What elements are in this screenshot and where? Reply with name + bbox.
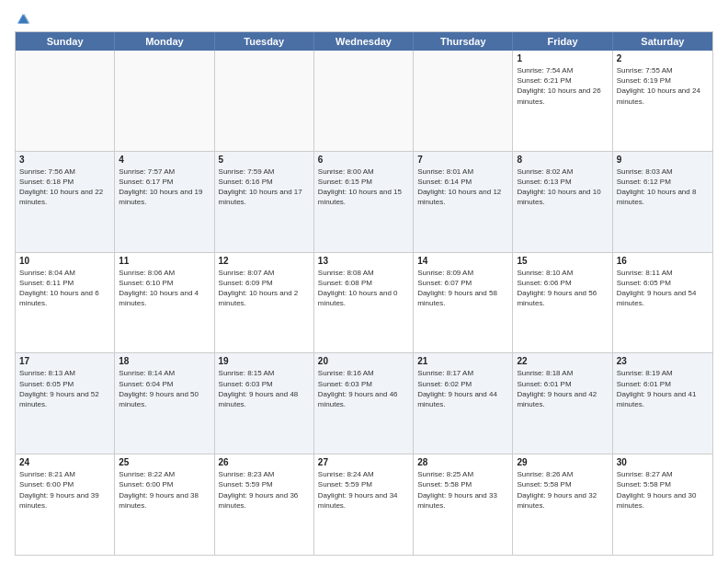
day-number: 16 xyxy=(617,256,709,266)
calendar: SundayMondayTuesdayWednesdayThursdayFrid… xyxy=(15,31,713,556)
day-number: 1 xyxy=(517,53,608,63)
day-number: 3 xyxy=(19,155,110,165)
cal-cell-26: 26Sunrise: 8:23 AM Sunset: 5:59 PM Dayli… xyxy=(215,454,314,555)
cell-info: Sunrise: 8:00 AM Sunset: 6:15 PM Dayligh… xyxy=(318,167,409,208)
cal-cell-20: 20Sunrise: 8:16 AM Sunset: 6:03 PM Dayli… xyxy=(314,353,414,454)
cal-cell-empty-2 xyxy=(215,51,314,151)
day-number: 5 xyxy=(219,155,310,165)
logo-icon xyxy=(15,11,31,28)
cal-cell-12: 12Sunrise: 8:07 AM Sunset: 6:09 PM Dayli… xyxy=(215,253,314,353)
day-number: 18 xyxy=(119,356,210,366)
day-number: 24 xyxy=(19,457,110,467)
cell-info: Sunrise: 8:13 AM Sunset: 6:05 PM Dayligh… xyxy=(19,368,110,409)
cal-cell-5: 5Sunrise: 7:59 AM Sunset: 6:16 PM Daylig… xyxy=(215,152,314,252)
cell-info: Sunrise: 8:26 AM Sunset: 5:58 PM Dayligh… xyxy=(517,469,608,511)
cal-cell-8: 8Sunrise: 8:02 AM Sunset: 6:13 PM Daylig… xyxy=(513,152,612,252)
cell-info: Sunrise: 8:21 AM Sunset: 6:00 PM Dayligh… xyxy=(19,469,110,511)
cell-info: Sunrise: 8:02 AM Sunset: 6:13 PM Dayligh… xyxy=(517,167,608,208)
day-number: 7 xyxy=(417,155,508,165)
day-number: 13 xyxy=(318,256,409,266)
cell-info: Sunrise: 7:59 AM Sunset: 6:16 PM Dayligh… xyxy=(219,167,310,208)
cal-cell-3: 3Sunrise: 7:56 AM Sunset: 6:18 PM Daylig… xyxy=(16,152,115,252)
cell-info: Sunrise: 8:23 AM Sunset: 5:59 PM Dayligh… xyxy=(219,469,310,511)
cell-info: Sunrise: 7:54 AM Sunset: 6:21 PM Dayligh… xyxy=(517,65,608,107)
logo xyxy=(15,11,31,28)
day-number: 12 xyxy=(219,256,310,266)
header xyxy=(15,11,713,28)
day-number: 28 xyxy=(417,457,508,467)
page: SundayMondayTuesdayWednesdayThursdayFrid… xyxy=(0,0,728,563)
day-number: 17 xyxy=(19,356,110,366)
cell-info: Sunrise: 8:03 AM Sunset: 6:12 PM Dayligh… xyxy=(617,167,709,208)
cell-info: Sunrise: 8:22 AM Sunset: 6:00 PM Dayligh… xyxy=(119,469,210,511)
cal-cell-29: 29Sunrise: 8:26 AM Sunset: 5:58 PM Dayli… xyxy=(513,454,612,555)
cal-cell-21: 21Sunrise: 8:17 AM Sunset: 6:02 PM Dayli… xyxy=(414,353,513,454)
cal-cell-4: 4Sunrise: 7:57 AM Sunset: 6:17 PM Daylig… xyxy=(115,152,214,252)
cal-cell-11: 11Sunrise: 8:06 AM Sunset: 6:10 PM Dayli… xyxy=(115,253,214,353)
day-number: 10 xyxy=(19,256,110,266)
cell-info: Sunrise: 7:57 AM Sunset: 6:17 PM Dayligh… xyxy=(119,167,210,208)
cal-cell-30: 30Sunrise: 8:27 AM Sunset: 5:58 PM Dayli… xyxy=(613,454,712,555)
day-number: 23 xyxy=(617,356,709,366)
cal-cell-18: 18Sunrise: 8:14 AM Sunset: 6:04 PM Dayli… xyxy=(115,353,214,454)
cal-cell-15: 15Sunrise: 8:10 AM Sunset: 6:06 PM Dayli… xyxy=(513,253,612,353)
cal-cell-empty-0 xyxy=(16,51,115,151)
day-number: 8 xyxy=(517,155,608,165)
cal-cell-28: 28Sunrise: 8:25 AM Sunset: 5:58 PM Dayli… xyxy=(414,454,513,555)
day-number: 14 xyxy=(417,256,508,266)
cell-info: Sunrise: 8:24 AM Sunset: 5:59 PM Dayligh… xyxy=(318,469,409,511)
cal-cell-empty-1 xyxy=(115,51,214,151)
calendar-header-row: SundayMondayTuesdayWednesdayThursdayFrid… xyxy=(16,32,712,51)
day-number: 21 xyxy=(417,356,508,366)
cal-week-row-1: 1Sunrise: 7:54 AM Sunset: 6:21 PM Daylig… xyxy=(16,51,712,152)
cell-info: Sunrise: 8:25 AM Sunset: 5:58 PM Dayligh… xyxy=(417,469,508,511)
cal-header-saturday: Saturday xyxy=(613,32,712,51)
cell-info: Sunrise: 8:18 AM Sunset: 6:01 PM Dayligh… xyxy=(517,368,608,409)
cell-info: Sunrise: 8:08 AM Sunset: 6:08 PM Dayligh… xyxy=(318,268,409,309)
cal-cell-empty-4 xyxy=(414,51,513,151)
day-number: 4 xyxy=(119,155,210,165)
day-number: 26 xyxy=(219,457,310,467)
cal-header-wednesday: Wednesday xyxy=(314,32,414,51)
cal-header-monday: Monday xyxy=(115,32,214,51)
day-number: 6 xyxy=(318,155,409,165)
cell-info: Sunrise: 7:55 AM Sunset: 6:19 PM Dayligh… xyxy=(617,65,709,107)
cell-info: Sunrise: 8:10 AM Sunset: 6:06 PM Dayligh… xyxy=(517,268,608,309)
day-number: 11 xyxy=(119,256,210,266)
day-number: 20 xyxy=(318,356,409,366)
cal-cell-10: 10Sunrise: 8:04 AM Sunset: 6:11 PM Dayli… xyxy=(16,253,115,353)
day-number: 27 xyxy=(318,457,409,467)
day-number: 15 xyxy=(517,256,608,266)
cell-info: Sunrise: 8:27 AM Sunset: 5:58 PM Dayligh… xyxy=(617,469,709,511)
cal-cell-19: 19Sunrise: 8:15 AM Sunset: 6:03 PM Dayli… xyxy=(215,353,314,454)
cal-cell-7: 7Sunrise: 8:01 AM Sunset: 6:14 PM Daylig… xyxy=(414,152,513,252)
cal-cell-14: 14Sunrise: 8:09 AM Sunset: 6:07 PM Dayli… xyxy=(414,253,513,353)
day-number: 19 xyxy=(219,356,310,366)
cal-cell-27: 27Sunrise: 8:24 AM Sunset: 5:59 PM Dayli… xyxy=(314,454,414,555)
cal-header-tuesday: Tuesday xyxy=(215,32,314,51)
day-number: 2 xyxy=(617,53,709,63)
day-number: 22 xyxy=(517,356,608,366)
cal-header-sunday: Sunday xyxy=(16,32,115,51)
day-number: 25 xyxy=(119,457,210,467)
day-number: 29 xyxy=(517,457,608,467)
cal-cell-23: 23Sunrise: 8:19 AM Sunset: 6:01 PM Dayli… xyxy=(613,353,712,454)
cell-info: Sunrise: 8:04 AM Sunset: 6:11 PM Dayligh… xyxy=(19,268,110,309)
cal-cell-24: 24Sunrise: 8:21 AM Sunset: 6:00 PM Dayli… xyxy=(16,454,115,555)
cal-cell-13: 13Sunrise: 8:08 AM Sunset: 6:08 PM Dayli… xyxy=(314,253,414,353)
cal-week-row-2: 3Sunrise: 7:56 AM Sunset: 6:18 PM Daylig… xyxy=(16,152,712,253)
cal-header-friday: Friday xyxy=(513,32,612,51)
cal-cell-empty-3 xyxy=(314,51,414,151)
cal-cell-25: 25Sunrise: 8:22 AM Sunset: 6:00 PM Dayli… xyxy=(115,454,214,555)
cell-info: Sunrise: 8:09 AM Sunset: 6:07 PM Dayligh… xyxy=(417,268,508,309)
cell-info: Sunrise: 8:16 AM Sunset: 6:03 PM Dayligh… xyxy=(318,368,409,409)
cal-week-row-5: 24Sunrise: 8:21 AM Sunset: 6:00 PM Dayli… xyxy=(16,454,712,555)
cal-cell-9: 9Sunrise: 8:03 AM Sunset: 6:12 PM Daylig… xyxy=(613,152,712,252)
cal-cell-22: 22Sunrise: 8:18 AM Sunset: 6:01 PM Dayli… xyxy=(513,353,612,454)
cal-cell-1: 1Sunrise: 7:54 AM Sunset: 6:21 PM Daylig… xyxy=(513,51,612,151)
cal-week-row-4: 17Sunrise: 8:13 AM Sunset: 6:05 PM Dayli… xyxy=(16,353,712,454)
cell-info: Sunrise: 8:01 AM Sunset: 6:14 PM Dayligh… xyxy=(417,167,508,208)
day-number: 9 xyxy=(617,155,709,165)
cal-cell-2: 2Sunrise: 7:55 AM Sunset: 6:19 PM Daylig… xyxy=(613,51,712,151)
cell-info: Sunrise: 8:15 AM Sunset: 6:03 PM Dayligh… xyxy=(219,368,310,409)
